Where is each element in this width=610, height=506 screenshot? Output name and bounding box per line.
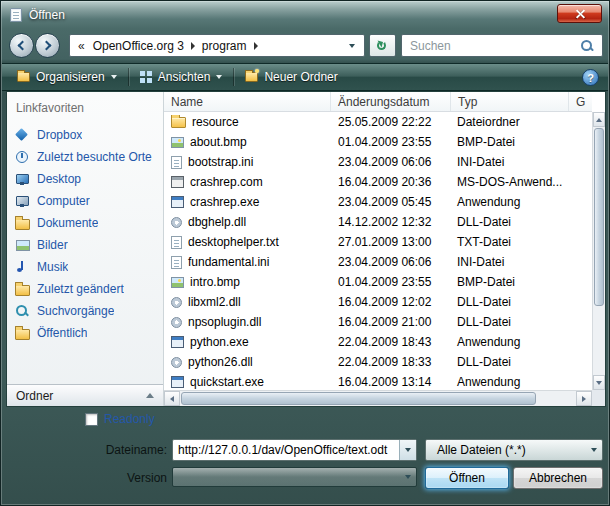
column-header-name[interactable]: Name	[164, 92, 331, 111]
sidebar-item-label: Zuletzt besuchte Orte	[37, 150, 152, 164]
file-row[interactable]: intro.bmp 01.04.2009 23:55 BMP-Datei	[164, 272, 592, 292]
search-icon[interactable]	[580, 39, 594, 53]
back-button[interactable]	[9, 33, 34, 58]
file-row[interactable]: npsoplugin.dll 16.04.2009 21:00 DLL-Date…	[164, 312, 592, 332]
arrow-right-icon	[582, 396, 586, 402]
file-row[interactable]: python26.dll 22.04.2009 18:33 DLL-Datei	[164, 352, 592, 372]
address-dropdown-button[interactable]	[345, 44, 359, 48]
scroll-down-button[interactable]	[593, 375, 605, 390]
file-name: npsoplugin.dll	[188, 315, 261, 329]
filename-dropdown-button[interactable]	[399, 440, 416, 460]
vertical-scroll-thumb[interactable]	[594, 128, 604, 306]
filename-value[interactable]: http://127.0.0.1/dav/OpenOffice/text.odt	[173, 443, 399, 457]
sidebar-item-documents[interactable]: Dokumente	[7, 212, 163, 234]
close-button[interactable]	[557, 4, 602, 23]
window-title: Öffnen	[29, 8, 65, 22]
sidebar-item-pictures[interactable]: Bilder	[7, 234, 163, 256]
chevron-down-icon	[216, 75, 222, 79]
column-header-date[interactable]: Änderungsdatum	[331, 92, 451, 111]
filename-label: Dateiname:	[1, 443, 167, 457]
readonly-label[interactable]: Readonly	[104, 412, 155, 426]
version-dropdown-button[interactable]	[399, 468, 416, 486]
folders-band[interactable]: Ordner	[7, 384, 163, 406]
file-date: 27.01.2009 13:00	[331, 235, 451, 249]
filename-row: Dateiname: http://127.0.0.1/dav/OpenOffi…	[1, 439, 609, 463]
scroll-up-button[interactable]	[593, 112, 605, 127]
file-date: 23.04.2009 06:06	[331, 255, 451, 269]
command-toolbar: Organisieren Ansichten Neuer Ordner ?	[2, 63, 608, 91]
documents-icon	[14, 215, 30, 231]
file-date: 16.04.2009 21:00	[331, 315, 451, 329]
help-button[interactable]: ?	[582, 69, 599, 86]
file-row[interactable]: python.exe 22.04.2009 18:43 Anwendung	[164, 332, 592, 352]
filetype-select[interactable]: Alle Dateien (*.*)	[425, 439, 603, 461]
sidebar-item-public[interactable]: Öffentlich	[7, 322, 163, 344]
forward-arrow-icon	[42, 41, 52, 51]
scrollbar-corner	[592, 390, 605, 406]
breadcrumb-separator-icon[interactable]	[254, 42, 258, 50]
new-folder-button[interactable]: Neuer Ordner	[236, 66, 346, 88]
organize-icon	[17, 72, 30, 82]
sidebar-item-label: Zuletzt geändert	[37, 282, 124, 296]
toolbar-separator	[128, 68, 129, 86]
file-date: 16.04.2009 13:14	[331, 375, 451, 389]
file-icon	[171, 176, 184, 188]
breadcrumb-separator-icon[interactable]	[191, 42, 195, 50]
sidebar-item-recently-changed[interactable]: Zuletzt geändert	[7, 278, 163, 300]
horizontal-scroll-thumb[interactable]	[181, 392, 536, 405]
filetype-value: Alle Dateien (*.*)	[432, 443, 585, 457]
file-row[interactable]: about.bmp 01.04.2009 23:55 BMP-Datei	[164, 132, 592, 152]
version-select[interactable]	[172, 467, 417, 487]
file-row[interactable]: crashrep.exe 23.04.2009 05:45 Anwendung	[164, 192, 592, 212]
vertical-scrollbar[interactable]	[592, 112, 605, 390]
sidebar-item-desktop[interactable]: Desktop	[7, 168, 163, 190]
search-box[interactable]: Suchen	[401, 34, 603, 57]
breadcrumb-item[interactable]: OpenOffice.org 3	[88, 39, 189, 53]
readonly-checkbox[interactable]	[85, 413, 98, 426]
column-header-type[interactable]: Typ	[451, 92, 569, 111]
file-date: 25.05.2009 22:22	[331, 115, 451, 129]
file-name: python26.dll	[188, 355, 253, 369]
sidebar-item-computer[interactable]: Computer	[7, 190, 163, 212]
column-header-size[interactable]: G	[569, 92, 592, 111]
file-date: 16.04.2009 12:02	[331, 295, 451, 309]
sidebar-item-label: Dokumente	[37, 216, 98, 230]
file-row[interactable]: resource 25.05.2009 22:22 Dateiordner	[164, 112, 592, 132]
scroll-right-button[interactable]	[576, 391, 592, 406]
sidebar-item-music[interactable]: Musik	[7, 256, 163, 278]
file-name: desktophelper.txt	[188, 235, 279, 249]
filename-input[interactable]: http://127.0.0.1/dav/OpenOffice/text.odt	[172, 439, 417, 461]
file-icon	[171, 196, 184, 208]
version-row: Version Öffnen Abbrechen	[1, 467, 609, 491]
breadcrumb-item[interactable]: program	[197, 39, 252, 53]
refresh-button[interactable]	[369, 34, 396, 57]
breadcrumb[interactable]: « OpenOffice.org 3 program	[69, 34, 365, 57]
file-name: resource	[192, 115, 239, 129]
recently-changed-icon	[14, 281, 30, 297]
file-row[interactable]: desktophelper.txt 27.01.2009 13:00 TXT-D…	[164, 232, 592, 252]
file-name: dbghelp.dll	[188, 215, 246, 229]
views-button[interactable]: Ansichten	[131, 66, 232, 88]
sidebar-item-recent-places[interactable]: Zuletzt besuchte Orte	[7, 146, 163, 168]
sidebar-item-searches[interactable]: Suchvorgänge	[7, 300, 163, 322]
file-row[interactable]: fundamental.ini 23.04.2009 06:06 INI-Dat…	[164, 252, 592, 272]
cancel-button[interactable]: Abbrechen	[513, 467, 603, 489]
scroll-left-button[interactable]	[164, 391, 180, 406]
breadcrumb-overflow-chevron[interactable]: «	[75, 39, 88, 53]
file-row[interactable]: dbghelp.dll 14.12.2002 12:32 DLL-Datei	[164, 212, 592, 232]
filetype-dropdown-button[interactable]	[585, 440, 602, 460]
file-row[interactable]: quickstart.exe 16.04.2009 13:14 Anwendun…	[164, 372, 592, 390]
titlebar[interactable]: Öffnen	[1, 1, 609, 29]
sidebar-item-dropbox[interactable]: Dropbox	[7, 124, 163, 146]
file-row[interactable]: bootstrap.ini 23.04.2009 06:06 INI-Datei	[164, 152, 592, 172]
file-row[interactable]: libxml2.dll 16.04.2009 12:02 DLL-Datei	[164, 292, 592, 312]
organize-button[interactable]: Organisieren	[8, 66, 126, 88]
forward-button[interactable]	[35, 33, 60, 58]
horizontal-scrollbar[interactable]	[164, 390, 592, 406]
version-label: Version	[1, 471, 167, 485]
searches-icon	[14, 303, 30, 319]
file-type: BMP-Datei	[451, 135, 569, 149]
file-row[interactable]: crashrep.com 16.04.2009 20:36 MS-DOS-Anw…	[164, 172, 592, 192]
file-date: 22.04.2009 18:33	[331, 355, 451, 369]
open-button[interactable]: Öffnen	[425, 467, 509, 489]
